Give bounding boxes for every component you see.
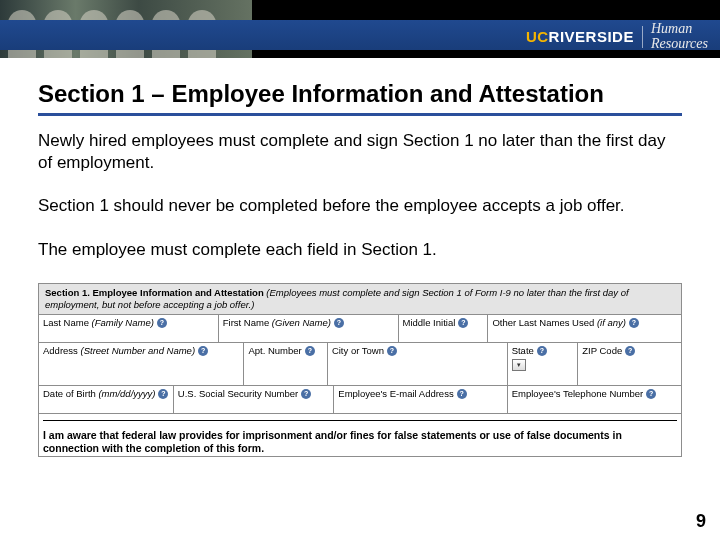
help-icon: ? <box>457 389 467 399</box>
department-name: Human Resources <box>651 22 708 51</box>
help-icon: ? <box>537 346 547 356</box>
field-address: Address (Street Number and Name) ? <box>39 343 244 385</box>
slide-content: Section 1 – Employee Information and Att… <box>0 58 720 457</box>
form-row-dob: Date of Birth (mm/dd/yyyy) ? U.S. Social… <box>39 386 681 414</box>
separator <box>642 26 643 48</box>
help-icon: ? <box>387 346 397 356</box>
field-state: State? ▾ <box>508 343 579 385</box>
page-number: 9 <box>696 511 706 532</box>
field-apt-number: Apt. Number ? <box>244 343 327 385</box>
field-email: Employee's E-mail Address ? <box>334 386 507 413</box>
slide-title: Section 1 – Employee Information and Att… <box>38 80 682 116</box>
help-icon: ? <box>458 318 468 328</box>
help-icon: ? <box>198 346 208 356</box>
ucr-logo: UCRIVERSIDE <box>526 28 634 45</box>
help-icon: ? <box>305 346 315 356</box>
field-last-name: Last Name (Family Name) ? <box>39 315 219 342</box>
paragraph-3: The employee must complete each field in… <box>38 239 682 261</box>
banner: UCRIVERSIDE Human Resources <box>0 0 720 58</box>
help-icon: ? <box>301 389 311 399</box>
paragraph-2: Section 1 should never be completed befo… <box>38 195 682 217</box>
form-row-name: Last Name (Family Name) ? First Name (Gi… <box>39 315 681 343</box>
field-middle-initial: Middle Initial ? <box>399 315 489 342</box>
help-icon: ? <box>646 389 656 399</box>
banner-branding: UCRIVERSIDE Human Resources <box>526 22 708 51</box>
field-phone: Employee's Telephone Number ? <box>508 386 681 413</box>
help-icon: ? <box>334 318 344 328</box>
help-icon: ? <box>629 318 639 328</box>
field-ssn: U.S. Social Security Number ? <box>174 386 335 413</box>
help-icon: ? <box>158 389 168 399</box>
form-attestation-text: I am aware that federal law provides for… <box>43 420 677 456</box>
field-city: City or Town ? <box>328 343 508 385</box>
field-first-name: First Name (Given Name) ? <box>219 315 399 342</box>
state-dropdown-icon: ▾ <box>512 359 526 371</box>
form-section-header: Section 1. Employee Information and Atte… <box>39 284 681 315</box>
field-other-last-names: Other Last Names Used (if any) ? <box>488 315 681 342</box>
help-icon: ? <box>157 318 167 328</box>
form-i9-screenshot: Section 1. Employee Information and Atte… <box>38 283 682 457</box>
form-row-address: Address (Street Number and Name) ? Apt. … <box>39 343 681 386</box>
field-zip: ZIP Code ? <box>578 343 681 385</box>
field-dob: Date of Birth (mm/dd/yyyy) ? <box>39 386 174 413</box>
paragraph-1: Newly hired employees must complete and … <box>38 130 682 174</box>
help-icon: ? <box>625 346 635 356</box>
